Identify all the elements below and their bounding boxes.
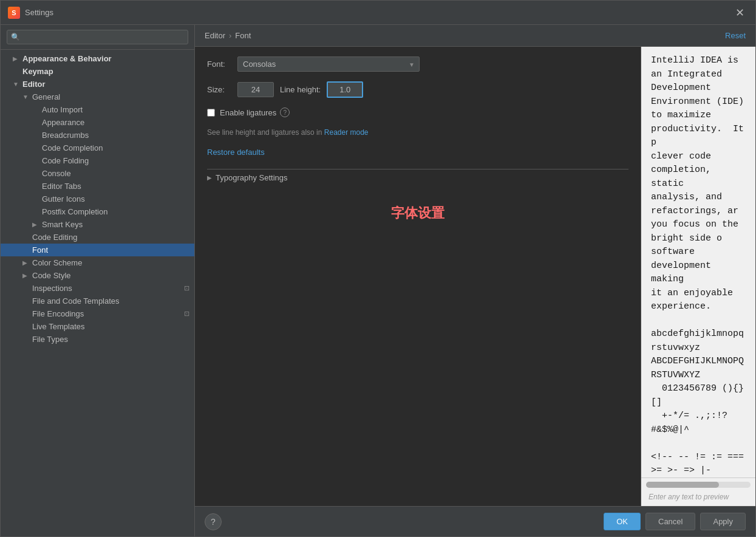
- search-icon: 🔍: [11, 33, 20, 41]
- sidebar-item-auto-import[interactable]: ▶ Auto Import: [1, 103, 194, 116]
- sidebar-item-label: Font: [32, 245, 194, 255]
- sidebar-item-console[interactable]: ▶ Console: [1, 167, 194, 180]
- sidebar-item-smart-keys[interactable]: ▶ Smart Keys: [1, 218, 194, 231]
- sidebar-item-label: Keymap: [22, 67, 194, 76]
- breadcrumb-editor: Editor: [205, 31, 225, 40]
- main-header: Editor › Font Reset: [195, 25, 755, 47]
- chinese-font-label: 字体设置: [207, 204, 628, 222]
- help-icon[interactable]: ?: [280, 108, 290, 117]
- preview-scrollbar[interactable]: [646, 482, 751, 488]
- cancel-button[interactable]: Cancel: [645, 513, 695, 530]
- sidebar-item-appearance[interactable]: ▶ Appearance: [1, 116, 194, 129]
- main-content: 🔍 ▶ Appearance & Behavior ▶ Keymap ▼: [1, 25, 755, 536]
- sidebar-item-font[interactable]: ▶ Font: [1, 244, 194, 256]
- arrow-icon: ▶: [32, 221, 39, 228]
- sidebar-item-editor-tabs[interactable]: ▶ Editor Tabs: [1, 180, 194, 193]
- title-bar: S Settings ✕: [1, 1, 755, 25]
- sidebar-item-label: Color Scheme: [32, 258, 194, 267]
- scrollbar-thumb: [646, 482, 719, 488]
- sidebar-item-gutter-icons[interactable]: ▶ Gutter Icons: [1, 193, 194, 205]
- settings-window: S Settings ✕ 🔍 ▶ Appearance & Behavior: [0, 0, 756, 537]
- font-select[interactable]: Consolas: [237, 56, 420, 72]
- breadcrumb-sep: ›: [229, 31, 231, 40]
- sidebar-item-label: Gutter Icons: [42, 194, 194, 204]
- settings-icon: ⊡: [184, 310, 189, 318]
- ligatures-row: Enable ligatures ?: [207, 108, 628, 117]
- sidebar-item-inspections[interactable]: ▶ Inspections ⊡: [1, 282, 194, 295]
- arrow-icon: ▶: [207, 174, 212, 181]
- sidebar-item-appearance-behavior[interactable]: ▶ Appearance & Behavior: [1, 52, 194, 65]
- sidebar-item-label: Code Style: [32, 271, 194, 280]
- sidebar-item-file-encodings[interactable]: ▶ File Encodings ⊡: [1, 307, 194, 320]
- sidebar-item-label: Postfix Completion: [42, 207, 194, 216]
- search-wrap: 🔍: [7, 30, 188, 44]
- size-label: Size:: [207, 85, 231, 94]
- sidebar-item-label: File Types: [32, 335, 194, 344]
- reader-mode-link[interactable]: Reader mode: [324, 128, 369, 137]
- info-text-static: See line height and ligatures also in: [207, 128, 322, 137]
- typography-settings[interactable]: ▶ Typography Settings: [207, 169, 628, 186]
- sidebar-item-breadcrumbs[interactable]: ▶ Breadcrumbs: [1, 129, 194, 142]
- enable-ligatures-label: Enable ligatures: [220, 108, 276, 117]
- sidebar-item-code-editing[interactable]: ▶ Code Editing: [1, 231, 194, 244]
- sidebar-item-label: Code Editing: [32, 233, 194, 242]
- sidebar-item-file-code-templates[interactable]: ▶ File and Code Templates: [1, 295, 194, 307]
- preview-text: IntelliJ IDEA is an Integrated Developme…: [651, 55, 749, 477]
- sidebar-item-live-templates[interactable]: ▶ Live Templates: [1, 320, 194, 333]
- search-input[interactable]: [7, 30, 188, 44]
- sidebar-item-general[interactable]: ▼ General: [1, 91, 194, 103]
- arrow-icon: ▶: [22, 259, 30, 266]
- enable-ligatures-checkbox[interactable]: [207, 109, 215, 117]
- sidebar-item-file-types[interactable]: ▶ File Types: [1, 333, 194, 346]
- sidebar-item-postfix-completion[interactable]: ▶ Postfix Completion: [1, 205, 194, 218]
- preview-content: IntelliJ IDEA is an Integrated Developme…: [641, 47, 755, 477]
- reset-button[interactable]: Reset: [725, 31, 746, 40]
- sidebar-item-label: General: [32, 92, 194, 101]
- font-select-wrap: Consolas ▼: [237, 56, 420, 72]
- sidebar-item-label: Appearance: [42, 118, 194, 127]
- sidebar-item-code-style[interactable]: ▶ Code Style: [1, 269, 194, 282]
- sidebar-item-label: Editor: [22, 80, 194, 89]
- sidebar-item-code-completion[interactable]: ▶ Code Completion: [1, 142, 194, 154]
- sidebar-item-label: Inspections: [32, 284, 184, 293]
- sidebar-item-editor[interactable]: ▼ Editor: [1, 78, 194, 91]
- apply-button[interactable]: Apply: [700, 513, 746, 530]
- search-box: 🔍: [1, 25, 194, 50]
- sidebar-item-label: File Encodings: [32, 309, 184, 318]
- preview-panel: IntelliJ IDEA is an Integrated Developme…: [641, 47, 755, 506]
- sidebar-item-label: Code Folding: [42, 156, 194, 165]
- settings-icon: ⊡: [184, 284, 189, 292]
- sidebar-item-label: File and Code Templates: [32, 296, 194, 306]
- sidebar-item-code-folding[interactable]: ▶ Code Folding: [1, 154, 194, 167]
- sidebar: 🔍 ▶ Appearance & Behavior ▶ Keymap ▼: [1, 25, 195, 536]
- restore-defaults-link[interactable]: Restore defaults: [207, 148, 265, 157]
- size-row: Size: Line height:: [207, 81, 628, 98]
- arrow-icon: ▼: [13, 81, 20, 87]
- line-height-input[interactable]: [327, 81, 363, 98]
- line-height-label: Line height:: [280, 85, 321, 94]
- breadcrumb: Editor › Font: [205, 31, 251, 40]
- main-panel: Editor › Font Reset Font: Consolas: [195, 25, 755, 536]
- sidebar-item-label: Auto Import: [42, 105, 194, 114]
- help-button[interactable]: ?: [205, 513, 222, 530]
- split-area: Font: Consolas ▼ Size: Line height:: [195, 47, 755, 506]
- sidebar-item-keymap[interactable]: ▶ Keymap: [1, 65, 194, 78]
- size-input[interactable]: [237, 82, 274, 97]
- close-button[interactable]: ✕: [732, 5, 748, 21]
- ok-button[interactable]: OK: [604, 513, 641, 530]
- sidebar-item-label: Code Completion: [42, 143, 194, 152]
- font-row: Font: Consolas ▼: [207, 56, 628, 72]
- sidebar-item-label: Smart Keys: [42, 220, 194, 229]
- preview-placeholder: Enter any text to preview: [641, 490, 755, 506]
- sidebar-item-label: Appearance & Behavior: [22, 54, 194, 63]
- settings-form: Font: Consolas ▼ Size: Line height:: [195, 47, 641, 506]
- arrow-icon: ▶: [13, 55, 20, 62]
- sidebar-item-label: Console: [42, 169, 194, 178]
- sidebar-item-color-scheme[interactable]: ▶ Color Scheme: [1, 256, 194, 269]
- sidebar-item-label: Live Templates: [32, 322, 194, 331]
- arrow-icon: ▼: [22, 94, 30, 100]
- sidebar-item-label: Editor Tabs: [42, 182, 194, 191]
- preview-bottom: Enter any text to preview: [641, 477, 755, 506]
- arrow-icon: ▶: [22, 272, 30, 279]
- bottom-bar: ? OK Cancel Apply: [195, 506, 755, 536]
